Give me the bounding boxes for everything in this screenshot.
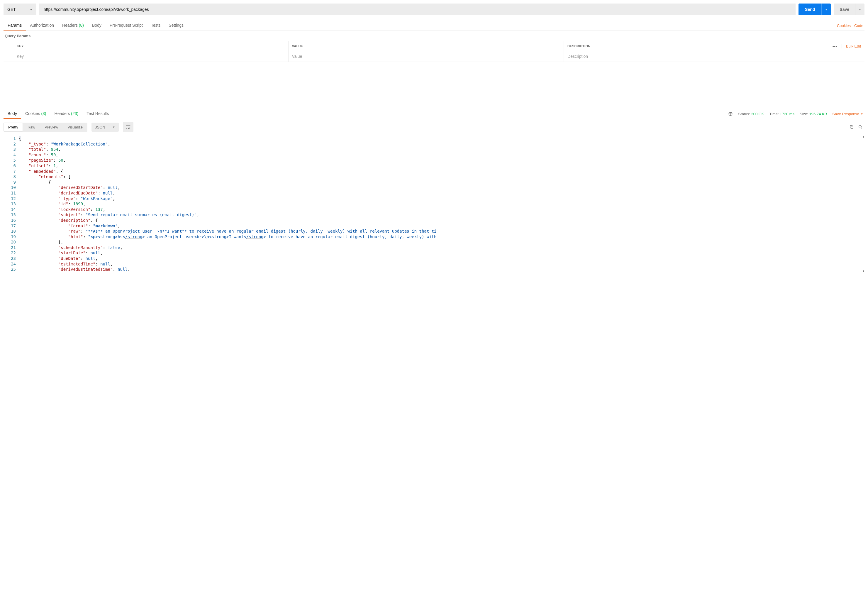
cookies-link[interactable]: Cookies	[837, 24, 851, 28]
chevron-down-icon: ▼	[861, 112, 863, 115]
param-value-input[interactable]	[292, 54, 560, 59]
tab-authorization[interactable]: Authorization	[26, 21, 58, 31]
tab-test-results[interactable]: Test Results	[83, 109, 113, 119]
col-description: DESCRIPTION	[564, 41, 833, 51]
view-visualize[interactable]: Visualize	[63, 123, 87, 132]
status-info: Status: 200 OK	[738, 112, 764, 116]
params-row	[3, 51, 865, 62]
tab-headers[interactable]: Headers (8)	[58, 21, 88, 31]
tab-params[interactable]: Params	[3, 21, 26, 31]
globe-icon[interactable]	[728, 111, 733, 116]
more-options-icon[interactable]: •••	[833, 44, 837, 49]
save-button[interactable]: Save	[834, 3, 855, 15]
svg-point-2	[859, 125, 862, 128]
tab-response-headers[interactable]: Headers (23)	[50, 109, 83, 119]
copy-icon[interactable]	[849, 125, 854, 129]
save-response-button[interactable]: Save Response ▼	[832, 112, 863, 116]
param-desc-input[interactable]	[567, 54, 861, 59]
method-value: GET	[7, 7, 16, 12]
response-tabs: Body Cookies (3) Headers (23) Test Resul…	[3, 109, 865, 119]
time-info: Time: 1720 ms	[769, 112, 795, 116]
url-input[interactable]	[39, 3, 796, 15]
chevron-down-icon: ▼	[859, 8, 862, 11]
send-button[interactable]: Send	[799, 3, 821, 15]
param-key-input[interactable]	[17, 54, 285, 59]
request-bar: GET ▼ Send ▼ Save ▼	[3, 3, 865, 15]
send-dropdown[interactable]: ▼	[821, 3, 831, 15]
view-preview[interactable]: Preview	[40, 123, 63, 132]
col-key: KEY	[13, 41, 289, 51]
format-select[interactable]: JSON ▼	[92, 123, 119, 132]
chevron-down-icon: ▼	[112, 125, 115, 129]
params-header-row: KEY VALUE DESCRIPTION ••• Bulk Edit	[3, 41, 865, 51]
method-select[interactable]: GET ▼	[3, 3, 36, 15]
tab-response-body[interactable]: Body	[3, 109, 21, 119]
response-body-viewer[interactable]: 1234567891011121314151617181920212223242…	[3, 135, 865, 273]
tab-tests[interactable]: Tests	[147, 21, 165, 31]
params-table: KEY VALUE DESCRIPTION ••• Bulk Edit	[3, 41, 865, 62]
request-tabs: Params Authorization Headers (8) Body Pr…	[3, 21, 865, 31]
col-value: VALUE	[289, 41, 564, 51]
chevron-down-icon: ▼	[30, 8, 32, 11]
view-raw[interactable]: Raw	[23, 123, 40, 132]
bulk-edit-link[interactable]: Bulk Edit	[846, 44, 861, 49]
search-icon[interactable]	[858, 125, 863, 129]
size-info: Size: 195.74 KB	[800, 112, 827, 116]
svg-rect-1	[851, 126, 853, 128]
tab-response-cookies[interactable]: Cookies (3)	[21, 109, 50, 119]
view-pretty[interactable]: Pretty	[3, 123, 23, 132]
tab-prerequest-script[interactable]: Pre-request Script	[106, 21, 147, 31]
query-params-label: Query Params	[3, 31, 865, 41]
chevron-down-icon: ▼	[825, 8, 828, 11]
wrap-lines-button[interactable]	[123, 122, 133, 132]
tab-settings[interactable]: Settings	[164, 21, 187, 31]
view-controls: Pretty Raw Preview Visualize JSON ▼	[3, 119, 865, 135]
code-link[interactable]: Code	[854, 24, 863, 28]
save-dropdown[interactable]: ▼	[855, 3, 865, 15]
tab-body[interactable]: Body	[88, 21, 106, 31]
scrollbar[interactable]	[861, 136, 864, 272]
